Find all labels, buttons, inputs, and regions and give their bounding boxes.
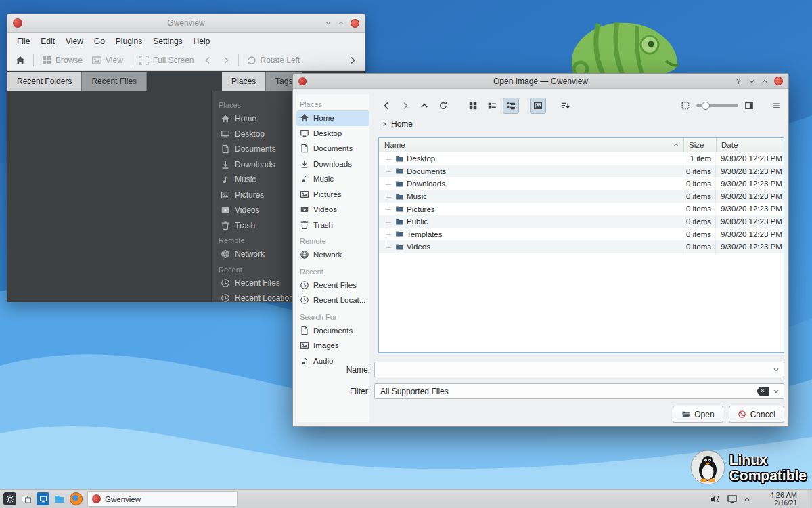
tab-recent-folders[interactable]: Recent Folders [7,72,82,91]
name-input[interactable] [380,362,769,377]
places-item-pictures[interactable]: Pictures [296,187,369,203]
konsole-icon[interactable] [37,492,49,505]
options-menu-button[interactable] [768,98,784,114]
gwenview-app-icon [13,18,22,28]
places-item-desktop[interactable]: Desktop [296,126,369,142]
places-item-recent-files[interactable]: Recent Files [296,278,369,293]
task-label: Gwenview [105,495,141,503]
places-item-documents[interactable]: Documents [296,141,369,156]
menu-help[interactable]: Help [188,35,216,48]
forward-button[interactable] [397,98,413,114]
tray-expander-icon[interactable] [744,496,750,503]
previous-button[interactable] [200,54,216,67]
network-icon[interactable] [727,494,738,505]
chevron-down-icon[interactable] [773,388,780,395]
column-header-name[interactable]: Name [379,138,683,152]
places-item-videos[interactable]: Videos [296,202,369,217]
clear-filter-icon[interactable]: × [757,387,769,396]
open-image-dialog: Open Image — Gwenview ? Places Home Desk… [292,73,789,427]
places-item-downloads[interactable]: Downloads [296,156,369,172]
tab-recent-files[interactable]: Recent Files [82,72,147,91]
cancel-button[interactable]: Cancel [729,406,784,423]
reload-icon [438,101,448,110]
file-list-empty-area[interactable] [379,253,784,352]
close-icon[interactable] [774,77,783,85]
table-row[interactable]: Videos 0 items 9/30/20 12:23 PM [379,240,784,253]
compact-view-button[interactable] [484,98,500,114]
full-screen-button[interactable]: Full Screen [135,53,198,68]
places-item-search-documents[interactable]: Documents [296,323,369,339]
menu-edit[interactable]: Edit [35,35,60,48]
tree-branch [386,204,391,210]
zoom-slider-handle[interactable] [702,102,710,110]
zoom-select-button[interactable] [677,98,694,114]
clock-icon [221,293,230,302]
digital-clock[interactable]: 4:26 AM 2/16/21 [758,491,797,507]
menu-file[interactable]: File [12,35,35,48]
back-button[interactable] [378,98,394,114]
maximize-icon[interactable] [338,20,344,26]
up-button[interactable] [416,98,432,114]
dolphin-folder-icon[interactable] [54,494,65,505]
home-button[interactable] [12,53,29,68]
view-button[interactable]: View [88,53,127,68]
taskbar-task-gwenview[interactable]: Gwenview [87,491,238,507]
chevron-down-icon[interactable] [773,366,780,373]
firefox-icon[interactable] [70,492,83,505]
places-item-recent-locations[interactable]: Recent Locat... [296,293,369,308]
close-icon[interactable] [351,19,359,28]
table-row[interactable]: Downloads 0 items 9/30/20 12:23 PM [379,177,784,190]
places-item-music[interactable]: Music [296,171,369,187]
breadcrumb[interactable]: Home [378,116,784,132]
rotate-left-button[interactable]: Rotate Left [243,53,304,68]
table-row[interactable]: Desktop 1 item 9/30/20 12:23 PM [379,152,784,165]
places-item-search-images[interactable]: Images [296,338,369,354]
help-icon[interactable]: ? [734,77,742,85]
menu-plugins[interactable]: Plugins [110,35,148,48]
app-launcher-button[interactable] [3,492,16,505]
preview-panel-button[interactable] [741,98,757,114]
show-desktop-button[interactable] [807,490,812,508]
column-header-size[interactable]: Size [683,138,716,152]
minimize-icon[interactable] [748,78,755,85]
maximize-icon[interactable] [761,78,768,85]
column-header-date[interactable]: Date [716,138,784,152]
rotate-left-icon [246,55,257,66]
browse-button[interactable]: Browse [38,53,86,68]
table-row[interactable]: Music 0 items 9/30/20 12:23 PM [379,190,784,203]
preview-toggle-button[interactable] [530,98,546,114]
gwenview-titlebar[interactable]: Gwenview [7,14,365,33]
breadcrumb-home[interactable]: Home [391,119,413,129]
icons-view-button[interactable] [465,98,481,114]
dialog-titlebar[interactable]: Open Image — Gwenview ? [293,74,788,89]
table-row[interactable]: Public 0 items 9/30/20 12:23 PM [379,215,784,228]
next-button[interactable] [218,54,234,67]
places-item-network[interactable]: Network [296,247,369,263]
table-row[interactable]: Pictures 0 items 9/30/20 12:23 PM [379,203,784,215]
places-item-home[interactable]: Home [296,110,369,126]
tree-branch [386,166,391,172]
dialog-main: Home Name Size Date Desktop 1 item [378,89,784,422]
section-header-remote: Remote [296,232,369,247]
open-button[interactable]: Open [673,406,723,423]
volume-icon[interactable] [710,494,721,505]
tab-places[interactable]: Places [222,72,266,91]
sort-button[interactable] [557,98,573,114]
places-item-trash[interactable]: Trash [296,217,369,233]
music-note-icon [300,356,309,366]
home-icon [300,113,309,123]
table-row[interactable]: Documents 0 items 9/30/20 12:23 PM [379,165,784,178]
details-view-button[interactable] [503,98,519,114]
minimize-icon[interactable] [325,20,332,26]
name-combobox[interactable] [374,362,784,377]
menu-view[interactable]: View [60,35,89,48]
zoom-slider[interactable] [696,98,738,114]
pager-icon[interactable] [21,494,32,505]
filter-combobox[interactable]: All Supported Files × [374,383,784,399]
reload-button[interactable] [435,98,451,114]
menu-settings[interactable]: Settings [148,35,187,48]
file-date: 9/30/20 12:23 PM [716,177,784,190]
menu-go[interactable]: Go [89,35,110,48]
toolbar-overflow-button[interactable] [344,54,361,67]
table-row[interactable]: Templates 0 items 9/30/20 12:23 PM [379,228,784,241]
